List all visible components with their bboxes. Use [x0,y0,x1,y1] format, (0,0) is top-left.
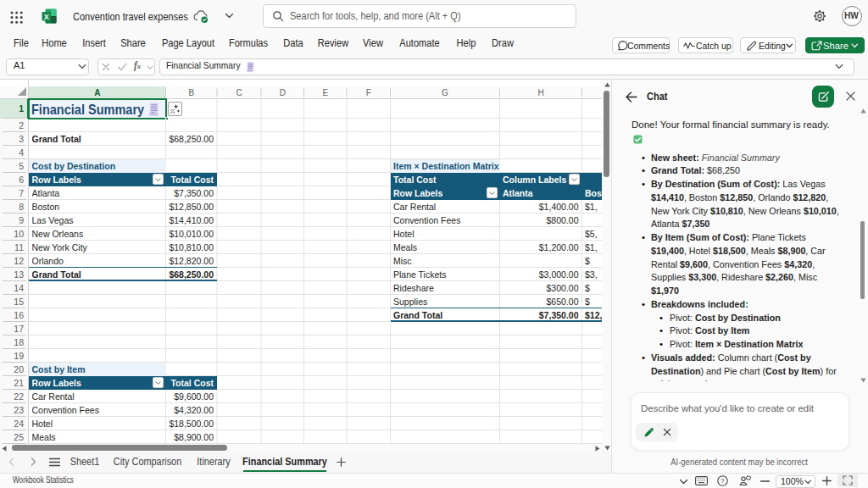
svg-text:?: ? [721,477,725,485]
